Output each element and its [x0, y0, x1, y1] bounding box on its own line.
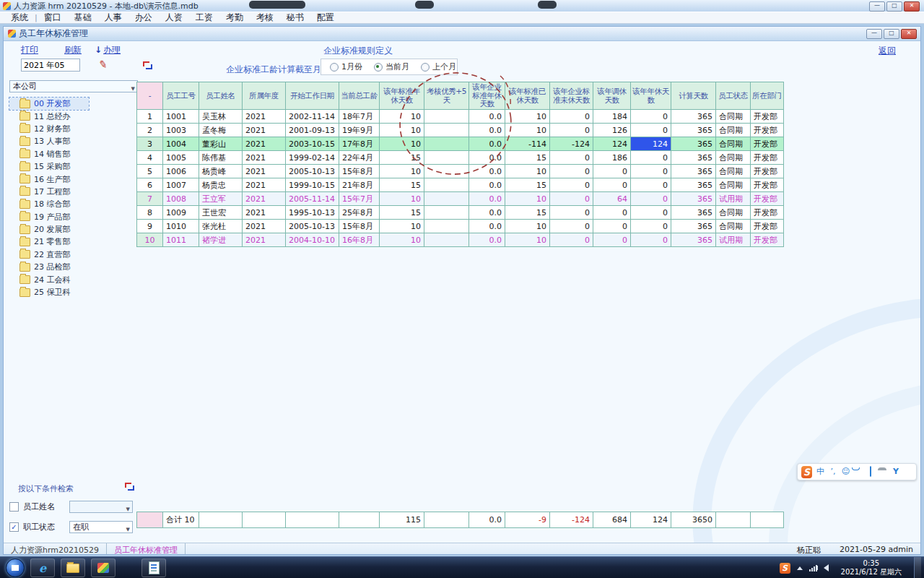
table-cell[interactable]: 0 [631, 165, 671, 178]
table-cell[interactable]: 15 [505, 206, 550, 220]
table-cell[interactable]: 开发部 [751, 165, 784, 178]
table-cell[interactable]: 10 [380, 110, 424, 124]
table-cell[interactable]: 0 [550, 110, 593, 124]
table-cell[interactable]: 124 [631, 137, 671, 151]
table-cell[interactable]: 15 [505, 151, 550, 165]
table-cell[interactable]: 试用期 [716, 192, 751, 206]
table-cell[interactable]: 0 [550, 124, 593, 137]
table-cell[interactable]: 合同期 [716, 151, 751, 165]
table-cell[interactable]: 2021 [243, 137, 286, 151]
child-restore-button[interactable]: □ [884, 29, 899, 39]
table-cell[interactable]: 2021 [243, 151, 286, 165]
company-dropdown[interactable]: 本公司 ▼ [9, 80, 138, 92]
table-cell[interactable]: 0 [593, 178, 631, 192]
table-cell[interactable]: 10 [380, 233, 424, 247]
table-cell[interactable]: 开发部 [751, 124, 784, 137]
child-close-button[interactable]: ✕ [901, 29, 917, 39]
start-button[interactable] [6, 558, 25, 577]
table-cell[interactable]: 64 [593, 192, 631, 206]
table-cell[interactable]: 开发部 [751, 110, 784, 124]
table-cell[interactable]: 0 [631, 192, 671, 206]
table-cell[interactable]: 10 [505, 233, 550, 247]
column-header[interactable]: 该年年休天数 [631, 82, 671, 110]
menu-item-7[interactable]: 考勤 [219, 12, 250, 24]
table-cell[interactable]: 17年8月 [339, 137, 380, 151]
table-cell[interactable]: 0.0 [469, 206, 505, 220]
taskbar-clock[interactable]: 0:35 2021/6/12 星期六 [835, 559, 907, 577]
table-cell[interactable]: 10 [380, 165, 424, 178]
tree-item-15[interactable]: 25 保卫科 [9, 286, 138, 298]
column-header[interactable]: 该年标准已休天数 [505, 82, 550, 110]
table-cell[interactable] [424, 192, 469, 206]
table-cell[interactable]: 0.0 [469, 124, 505, 137]
table-cell[interactable] [424, 206, 469, 220]
table-cell[interactable]: 2001-09-13 [286, 124, 339, 137]
table-cell[interactable]: 15年8月 [339, 220, 380, 233]
table-cell[interactable]: 合同期 [716, 110, 751, 124]
table-cell[interactable]: 0 [550, 206, 593, 220]
table-cell[interactable]: 2002-11-14 [286, 110, 339, 124]
sogou-logo-icon[interactable]: S [801, 466, 812, 478]
table-cell[interactable]: 22年4月 [339, 151, 380, 165]
table-cell[interactable]: 365 [671, 151, 716, 165]
table-cell[interactable]: 365 [671, 192, 716, 206]
taskbar-app-wps[interactable] [141, 558, 166, 577]
refresh-button[interactable]: 刷新 [64, 44, 82, 56]
radio-option-0[interactable]: 1月份 [330, 61, 362, 72]
menu-item-5[interactable]: 人资 [159, 12, 189, 24]
table-cell[interactable]: 1007 [163, 178, 199, 192]
table-cell[interactable]: 2021 [243, 192, 286, 206]
table-cell[interactable]: 王世宏 [199, 206, 243, 220]
column-header[interactable]: 所属年度 [243, 82, 286, 110]
table-cell[interactable]: 0.0 [469, 165, 505, 178]
table-cell[interactable]: 1008 [163, 192, 199, 206]
table-cell[interactable]: 陈伟基 [199, 151, 243, 165]
table-cell[interactable]: 2005-10-13 [286, 165, 339, 178]
tree-item-0[interactable]: 00 开发部 [9, 98, 89, 110]
table-cell[interactable]: 365 [671, 137, 716, 151]
table-cell[interactable]: 杨贵忠 [199, 178, 243, 192]
table-cell[interactable]: 15 [380, 151, 424, 165]
table-cell[interactable]: 合同期 [716, 220, 751, 233]
table-cell[interactable]: 10 [137, 233, 163, 247]
table-cell[interactable]: 0 [593, 206, 631, 220]
table-cell[interactable]: 365 [671, 220, 716, 233]
column-header[interactable]: 计算天数 [671, 82, 716, 110]
table-cell[interactable]: 0 [631, 151, 671, 165]
table-cell[interactable]: 0 [631, 110, 671, 124]
table-cell[interactable]: 1999-10-15 [286, 178, 339, 192]
close-button[interactable]: ✕ [904, 1, 920, 12]
table-cell[interactable]: 张光杜 [199, 220, 243, 233]
table-cell[interactable]: 10 [380, 137, 424, 151]
keyboard-icon[interactable] [866, 467, 874, 477]
search-expand-icon[interactable] [125, 482, 134, 491]
table-cell[interactable]: 0 [631, 220, 671, 233]
table-cell[interactable]: 开发部 [751, 233, 784, 247]
table-cell[interactable]: 0.0 [469, 233, 505, 247]
pencil-icon[interactable]: ✎ [98, 58, 108, 71]
back-button[interactable]: 返回 [879, 45, 896, 57]
table-cell[interactable]: 2021 [243, 220, 286, 233]
table-cell[interactable]: 2021 [243, 165, 286, 178]
table-cell[interactable]: 开发部 [751, 206, 784, 220]
tree-item-1[interactable]: 11 总经办 [9, 110, 138, 122]
table-cell[interactable] [424, 165, 469, 178]
column-header[interactable]: 员工工号 [163, 82, 199, 110]
handle-button[interactable]: ↓办理 [95, 44, 121, 56]
table-cell[interactable]: 2005-11-14 [286, 192, 339, 206]
table-cell[interactable]: 10 [505, 165, 550, 178]
menu-item-4[interactable]: 办公 [128, 12, 159, 24]
table-cell[interactable]: 1006 [163, 165, 199, 178]
taskbar-app-internet-explorer[interactable]: e [30, 558, 55, 577]
table-cell[interactable]: 2003-10-15 [286, 137, 339, 151]
menu-item-1[interactable]: 窗口 [38, 12, 68, 24]
table-cell[interactable]: 1011 [163, 233, 199, 247]
hidden-icons-arrow[interactable] [797, 566, 803, 570]
table-cell[interactable]: 186 [593, 151, 631, 165]
table-cell[interactable]: 184 [593, 110, 631, 124]
table-cell[interactable]: 15年8月 [339, 165, 380, 178]
table-cell[interactable]: 合同期 [716, 137, 751, 151]
show-desktop-button[interactable] [914, 557, 921, 578]
tree-item-13[interactable]: 23 品检部 [9, 261, 138, 273]
table-cell[interactable]: 0 [550, 233, 593, 247]
